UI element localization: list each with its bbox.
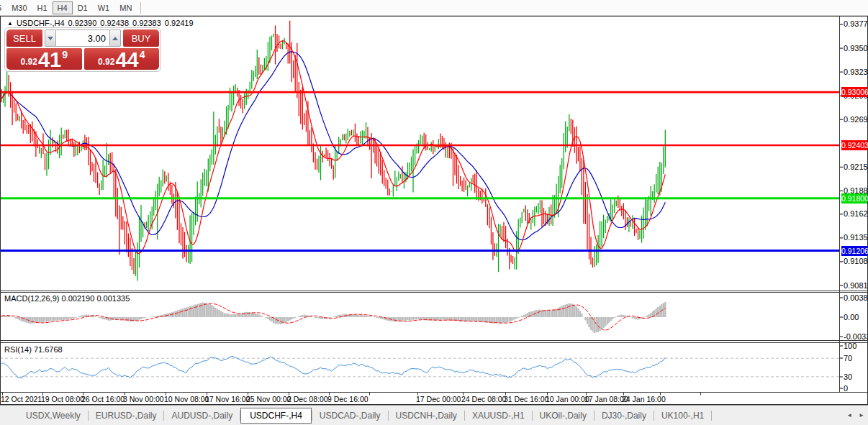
price-axis-label: 0.93775 xyxy=(844,19,868,28)
time-axis-label: 24 Dec 08:00 xyxy=(461,395,506,403)
time-axis-label: 26 Oct 16:00 xyxy=(81,395,125,403)
price-axis-label: 0.90810 xyxy=(844,281,868,290)
macd-axis-label: 0.00 xyxy=(844,313,859,321)
time-axis-label: 31 Dec 16:00 xyxy=(504,395,548,403)
volume-stepper xyxy=(45,29,121,47)
chart-ohlc-header: ▲ USDCHF-,H4 0.92390 0.92438 0.92383 0.9… xyxy=(7,19,194,27)
rsi-axis-label: 70 xyxy=(844,354,852,362)
price-axis[interactable]: 0.937750.935050.932350.929650.926950.921… xyxy=(841,0,868,405)
buy-button-label: BUY xyxy=(132,33,151,44)
volume-increase-button[interactable] xyxy=(109,29,121,47)
triangle-up-icon xyxy=(112,37,118,40)
sell-button-label: SELL xyxy=(13,33,36,44)
collapse-panel-icon[interactable]: ▲ xyxy=(7,19,13,27)
tab-ukoil-daily[interactable]: UKOil-,Daily xyxy=(533,408,594,423)
tab-uk100-h1[interactable]: UK100-,H1 xyxy=(654,408,711,423)
tab-separator xyxy=(711,411,712,421)
sell-price-pips: 41 xyxy=(38,50,61,70)
tab-eurusd-daily[interactable]: EURUSD-,Daily xyxy=(89,408,164,423)
price-axis-label: 0.92695 xyxy=(844,115,868,124)
tab-usdx-weekly[interactable]: USDX,Weekly xyxy=(19,408,88,423)
chart-window-frame xyxy=(1,17,868,405)
time-axis-label: 2 Dec 08:00 xyxy=(287,395,328,403)
time-axis-label: 17 Dec 00:00 xyxy=(416,395,461,403)
tab-scroll-arrows: ◄ ► xyxy=(846,412,864,419)
rsi-line xyxy=(1,356,665,378)
macd-histogram xyxy=(1,302,665,333)
ohlc-low: 0.92383 xyxy=(132,19,161,27)
time-axis-label: 17 Nov 16:00 xyxy=(205,395,250,403)
time-axis-label: 19 Oct 08:00 xyxy=(41,395,84,403)
price-axis-label: 0.93505 xyxy=(844,44,868,52)
tab-scroll-right-icon[interactable]: ► xyxy=(859,412,864,419)
tab-scroll-left-icon[interactable]: ◄ xyxy=(846,412,852,419)
time-axis-label: 24 Jan 16:00 xyxy=(622,395,666,403)
level-price-badge: 0.93006 xyxy=(841,87,867,97)
ohlc-high: 0.92438 xyxy=(100,19,129,27)
chart-tab-bar: USDX,WeeklyEURUSD-,DailyAUDUSD-,DailyUSD… xyxy=(0,405,868,425)
level-price-badge: 0.91206 xyxy=(841,246,867,256)
macd-axis-label: 0.00382 xyxy=(844,293,868,302)
time-axis-label: 3 Nov 00:00 xyxy=(123,395,164,403)
price-axis-label: 0.92155 xyxy=(844,163,868,171)
buy-price-point: 4 xyxy=(140,48,145,60)
time-axis-label: 25 Nov 00:00 xyxy=(246,395,291,403)
price-axis-label: 0.91350 xyxy=(844,233,868,242)
buy-button[interactable]: BUY xyxy=(123,29,159,47)
time-axis-label: 10 Jan 00:00 xyxy=(546,395,589,403)
ohlc-open: 0.92390 xyxy=(68,19,97,27)
tab-dj30-daily[interactable]: DJ30-,Daily xyxy=(595,408,654,423)
price-axis-label: 0.93235 xyxy=(844,68,868,76)
price-axis-label: 0.91620 xyxy=(844,209,868,218)
time-axis[interactable]: 12 Oct 202119 Oct 08:0026 Oct 16:003 Nov… xyxy=(0,395,840,405)
time-axis-label: 9 Dec 16:00 xyxy=(327,395,369,403)
buy-price-button[interactable]: 0.92 44 4 xyxy=(84,48,160,70)
one-click-trading-panel: SELL BUY 0.92 41 9 0.92 xyxy=(4,27,161,72)
rsi-axis-label: 0 xyxy=(844,384,848,393)
tab-usdcad-daily[interactable]: USDCAD-,Daily xyxy=(312,408,388,423)
level-price-badge: 0.91800 xyxy=(841,193,867,204)
rsi-indicator-label: RSI(14) 71.6768 xyxy=(4,345,63,354)
volume-decrease-button[interactable] xyxy=(45,29,56,47)
rsi-axis-label: 100 xyxy=(844,342,856,350)
ohlc-close: 0.92419 xyxy=(165,19,194,27)
tab-usdchf-h4[interactable]: USDCHF-,H4 xyxy=(240,408,312,424)
volume-input[interactable] xyxy=(56,29,109,47)
macd-indicator-label: MACD(12,26,9) 0.002190 0.001335 xyxy=(4,294,130,303)
sell-price-button[interactable]: 0.92 41 9 xyxy=(6,48,82,70)
tab-audusd-daily[interactable]: AUDUSD-,Daily xyxy=(164,408,240,423)
sell-price-point: 9 xyxy=(62,48,68,60)
price-axis-label: 0.91080 xyxy=(844,257,868,265)
buy-price-pips: 44 xyxy=(115,50,138,70)
symbol-title: USDCHF-,H4 xyxy=(17,19,65,27)
sell-button[interactable]: SELL xyxy=(6,29,42,47)
time-axis-label: 12 Oct 2021 xyxy=(1,395,42,403)
macd-axis-label: -0.0033 xyxy=(844,332,868,341)
time-axis-label: 10 Nov 08:00 xyxy=(164,395,209,403)
rsi-axis-label: 30 xyxy=(844,373,852,381)
level-price-badge: 0.92403 xyxy=(841,140,867,150)
tab-usdcnh-daily[interactable]: USDCNH-,Daily xyxy=(389,408,464,423)
buy-price-prefix: 0.92 xyxy=(98,57,114,70)
sell-price-prefix: 0.92 xyxy=(21,57,37,70)
triangle-down-icon xyxy=(48,37,53,40)
tab-xauusd-h1[interactable]: XAUUSD-,H1 xyxy=(465,408,532,423)
